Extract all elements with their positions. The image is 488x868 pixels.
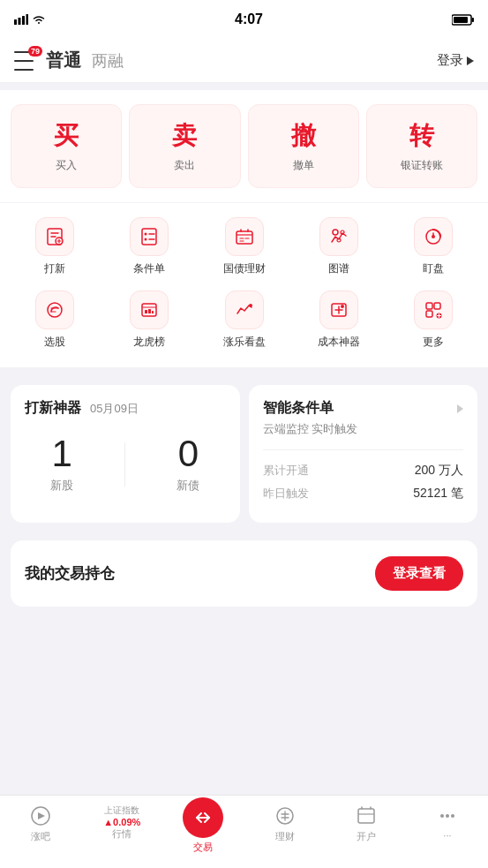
tianjian-item[interactable]: 条件单	[101, 217, 196, 276]
sell-button[interactable]: 卖 卖出	[129, 104, 240, 188]
bottom-nav: 涨吧 上证指数 ▲0.09% 行情 交易 理财	[0, 795, 488, 868]
nav-item-market[interactable]: 上证指数 ▲0.09% 行情	[81, 804, 162, 841]
more-item[interactable]: 更多	[387, 291, 481, 350]
holdings-title: 我的交易持仓	[25, 563, 115, 584]
more-icon	[423, 299, 444, 321]
daxin-label: 打新	[44, 261, 65, 276]
finance-icon	[274, 804, 297, 827]
tupu-item[interactable]: 图谱	[291, 217, 386, 276]
nav-item-trade[interactable]: 交易	[162, 804, 244, 854]
play-icon	[29, 804, 52, 827]
new-bond-num: 0 新债	[176, 435, 199, 494]
condition-card[interactable]: 智能条件单 云端监控 实时触发 累计开通 200 万人 昨日触发 52121 笔	[249, 385, 478, 523]
signal-icons	[14, 14, 46, 25]
holdings-section: 我的交易持仓 登录查看	[11, 540, 477, 607]
svg-point-11	[145, 238, 147, 241]
action-section: 买 买入 卖 卖出 撤 撤单 转 银证转账	[0, 90, 488, 202]
nav-account-label: 开户	[357, 830, 376, 843]
transfer-label: 银证转账	[401, 158, 443, 173]
dingpan-label: 盯盘	[423, 261, 444, 276]
nav-zangba-label: 涨吧	[31, 830, 50, 843]
login-button[interactable]: 登录	[437, 52, 474, 69]
chengben-item[interactable]: 成本神器	[291, 291, 386, 350]
menu-line-2	[14, 60, 34, 62]
daxin-item[interactable]: 打新	[7, 217, 101, 276]
svg-rect-6	[454, 17, 468, 23]
condition-card-divider	[263, 449, 464, 450]
nav-item-finance[interactable]: 理财	[244, 804, 326, 843]
svg-point-34	[440, 814, 444, 818]
nav-market-index: 上证指数	[104, 804, 139, 817]
xuangu-icon	[44, 299, 65, 321]
nav-item-account[interactable]: 开户	[326, 804, 407, 843]
svg-rect-33	[358, 809, 374, 823]
status-bar: 4:07	[0, 0, 488, 39]
svg-rect-3	[26, 14, 29, 25]
cards-section: 打新神器 05月09日 1 新股 0 新债 智能条件单 云端监控	[0, 374, 488, 533]
tianjian-label: 条件单	[133, 261, 165, 276]
daxin-card[interactable]: 打新神器 05月09日 1 新股 0 新债	[11, 385, 240, 523]
new-bond-value: 0	[176, 435, 199, 472]
condition-card-title: 智能条件单	[263, 399, 464, 418]
xuangu-icon-circle	[35, 291, 74, 329]
cancel-char: 撤	[291, 119, 316, 153]
condition-stat-2-value: 52121 笔	[413, 486, 463, 502]
account-icon	[355, 804, 378, 827]
dingpan-item[interactable]: 盯盘	[387, 217, 481, 276]
nav-trade-button[interactable]	[183, 797, 223, 838]
cancel-order-button[interactable]: 撤 撤单	[248, 104, 359, 188]
longhu-item[interactable]: 龙虎榜	[101, 291, 196, 350]
buy-button[interactable]: 买 买入	[11, 104, 122, 188]
icon-row-1: 打新 条件单	[0, 214, 488, 287]
svg-rect-2	[22, 16, 25, 25]
menu-badge: 79	[28, 46, 42, 57]
new-stock-value: 1	[50, 435, 73, 472]
svg-rect-5	[472, 18, 475, 22]
svg-point-25	[341, 305, 344, 308]
icon-section: 打新 条件单	[0, 203, 488, 367]
svg-rect-28	[426, 311, 432, 317]
tab-normal[interactable]: 普通	[46, 49, 81, 72]
battery-icons	[452, 14, 474, 26]
more-dots-icon	[436, 804, 459, 827]
svg-rect-1	[19, 18, 21, 25]
tab-margin[interactable]: 两融	[92, 50, 124, 72]
condition-stat-2-label: 昨日触发	[263, 486, 309, 502]
more-icon-circle	[414, 291, 453, 329]
transfer-button[interactable]: 转 银证转账	[366, 104, 477, 188]
nav-item-zangba[interactable]: 涨吧	[0, 804, 81, 843]
svg-point-18	[48, 303, 62, 317]
condition-stat-1-value: 200 万人	[415, 463, 463, 479]
new-bond-label: 新债	[176, 478, 199, 494]
login-label: 登录	[437, 52, 463, 69]
zhangle-label: 涨乐看盘	[223, 335, 266, 350]
svg-rect-9	[142, 229, 156, 245]
guozhai-icon-circle	[225, 217, 264, 256]
buy-char: 买	[54, 119, 79, 153]
nav-finance-label: 理财	[275, 830, 295, 843]
guozhai-item[interactable]: 国债理财	[197, 217, 291, 276]
holdings-login-button[interactable]: 登录查看	[375, 556, 463, 591]
svg-rect-12	[236, 231, 252, 244]
menu-button[interactable]: 79	[14, 51, 39, 71]
nav-trade-label: 交易	[193, 841, 213, 854]
chengben-icon-circle	[319, 291, 358, 329]
svg-rect-21	[148, 309, 151, 313]
dingpan-icon	[423, 226, 444, 247]
nav-more-label: ···	[443, 830, 451, 841]
zhangle-item[interactable]: 涨乐看盘	[197, 291, 291, 350]
svg-point-13	[333, 230, 338, 235]
svg-point-36	[451, 814, 454, 818]
svg-rect-22	[152, 311, 154, 313]
svg-point-23	[249, 304, 252, 307]
daxin-card-title: 打新神器 05月09日	[25, 399, 226, 418]
xuangu-label: 选股	[44, 335, 65, 350]
daxin-numbers: 1 新股 0 新债	[25, 435, 226, 494]
new-stock-num: 1 新股	[50, 435, 73, 494]
condition-stat-2: 昨日触发 52121 笔	[263, 486, 464, 502]
nav-market-value: ▲0.09%	[103, 817, 140, 827]
signal-icon	[14, 14, 28, 25]
nav-item-more[interactable]: ···	[407, 804, 488, 841]
guozhai-label: 国债理财	[223, 261, 266, 276]
xuangu-item[interactable]: 选股	[7, 291, 101, 350]
